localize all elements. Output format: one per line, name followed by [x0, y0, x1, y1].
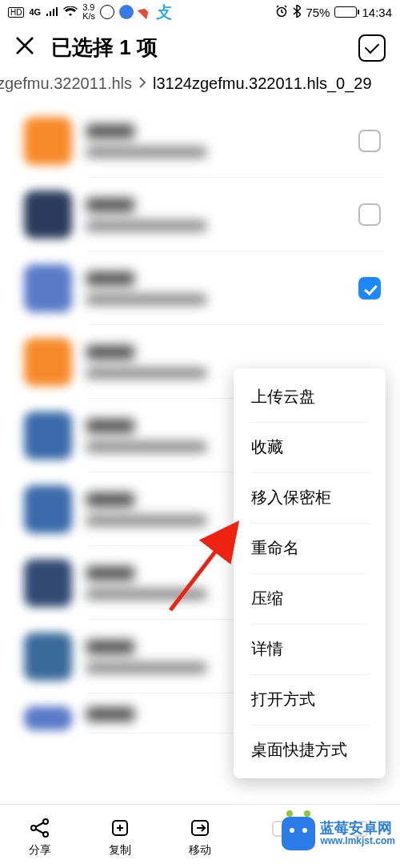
breadcrumb-prev[interactable]: zgefmu.322011.hls: [0, 74, 132, 93]
status-left: HD 4G 3.9 K/s 攴: [8, 2, 172, 23]
file-thumbnail: [24, 706, 72, 730]
menu-details[interactable]: 详情: [234, 624, 386, 674]
share-icon: [28, 816, 52, 840]
file-label: [86, 198, 344, 231]
status-bar: HD 4G 3.9 K/s 攴 75% 14:34: [0, 0, 400, 24]
watermark-logo-icon: [282, 817, 315, 850]
checkbox[interactable]: [358, 203, 381, 226]
alarm-icon: [275, 5, 288, 20]
file-thumbnail: [24, 412, 72, 460]
copy-icon: [108, 816, 132, 840]
copy-button[interactable]: 复制: [108, 816, 132, 858]
page-title: 已选择 1 项: [51, 34, 342, 62]
menu-rename[interactable]: 重命名: [234, 523, 386, 573]
move-label: 移动: [189, 843, 211, 858]
context-menu: 上传云盘 收藏 移入保密柜 重命名 压缩 详情 打开方式 桌面快捷方式: [234, 368, 386, 778]
file-label: [86, 124, 344, 158]
hd-icon: HD: [8, 7, 24, 18]
file-label: [86, 271, 344, 305]
list-item[interactable]: [0, 251, 400, 325]
list-item[interactable]: [0, 178, 400, 251]
file-thumbnail: [24, 117, 72, 165]
watermark-title: 蓝莓安卓网: [320, 821, 395, 837]
list-item[interactable]: [0, 104, 400, 178]
file-thumbnail: [24, 338, 72, 386]
breadcrumb-current: l3124zgefmu.322011.hls_0_29: [153, 74, 372, 93]
checkbox-checked[interactable]: [358, 277, 381, 299]
menu-compress[interactable]: 压缩: [234, 573, 386, 624]
menu-move-to-safe[interactable]: 移入保密柜: [234, 472, 386, 523]
select-all-button[interactable]: [358, 34, 386, 62]
wifi-icon: [63, 6, 78, 19]
file-thumbnail: [24, 633, 72, 681]
file-thumbnail: [24, 485, 72, 533]
net-speed: 3.9 K/s: [82, 3, 95, 21]
clock-time: 14:34: [362, 6, 392, 19]
file-thumbnail: [24, 559, 72, 607]
status-right: 75% 14:34: [275, 5, 392, 20]
network-icon: 4G: [29, 7, 41, 17]
bluetooth-icon: [293, 5, 301, 20]
share-label: 分享: [29, 843, 51, 858]
file-thumbnail: [24, 264, 72, 312]
file-thumbnail: [24, 191, 72, 239]
move-button[interactable]: 移动: [188, 816, 212, 858]
app-icon-2: [119, 5, 134, 19]
menu-desktop-shortcut[interactable]: 桌面快捷方式: [234, 725, 386, 775]
copy-label: 复制: [109, 843, 131, 858]
selection-header: 已选择 1 项: [0, 24, 400, 70]
app-icon-3: [138, 2, 156, 20]
chevron-right-icon: [138, 74, 146, 93]
watermark-url: www.lmkjst.com: [320, 836, 395, 846]
app-icon-4: 攴: [156, 2, 172, 23]
breadcrumb[interactable]: zgefmu.322011.hls l3124zgefmu.322011.hls…: [0, 70, 400, 104]
battery-icon: [334, 6, 357, 18]
share-button[interactable]: 分享: [28, 816, 52, 858]
close-icon[interactable]: [14, 35, 35, 60]
menu-open-with[interactable]: 打开方式: [234, 674, 386, 725]
app-icon-1: [100, 5, 114, 19]
menu-upload-cloud[interactable]: 上传云盘: [234, 372, 386, 422]
battery-percent: 75%: [306, 6, 330, 19]
checkbox[interactable]: [358, 130, 381, 152]
menu-favorite[interactable]: 收藏: [234, 422, 386, 472]
move-icon: [188, 816, 212, 840]
watermark: 蓝莓安卓网 www.lmkjst.com: [282, 817, 395, 850]
signal-icon: [46, 6, 58, 19]
